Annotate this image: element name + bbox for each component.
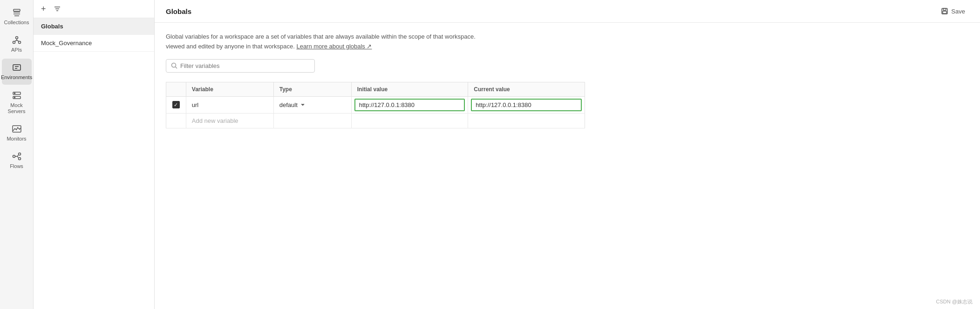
svg-point-8 bbox=[14, 97, 15, 98]
environment-list: Globals Mock_Governance bbox=[34, 18, 154, 309]
th-checkbox bbox=[166, 82, 186, 96]
type-cell[interactable]: default bbox=[273, 96, 351, 113]
initial-value-cell[interactable]: http://127.0.0.1:8380 bbox=[351, 96, 468, 113]
svg-rect-17 bbox=[943, 8, 946, 10]
chevron-down-icon bbox=[300, 102, 305, 107]
svg-point-10 bbox=[13, 155, 15, 158]
th-current-value: Current value bbox=[468, 82, 585, 96]
flows-icon bbox=[12, 151, 22, 161]
sidebar-item-environments-label: Environments bbox=[1, 74, 32, 81]
save-icon bbox=[941, 7, 948, 15]
type-select[interactable]: default bbox=[279, 101, 346, 108]
table-header-row: Variable Type Initial value Current valu… bbox=[166, 82, 585, 96]
env-item-mock-governance[interactable]: Mock_Governance bbox=[34, 35, 154, 52]
checkbox-checked[interactable]: ✓ bbox=[172, 101, 180, 108]
mock-servers-icon bbox=[12, 90, 22, 101]
add-variable-placeholder: Add new variable bbox=[192, 117, 238, 124]
environments-icon bbox=[12, 62, 22, 73]
sidebar-item-monitors-label: Monitors bbox=[7, 136, 26, 142]
sidebar-item-flows[interactable]: Flows bbox=[2, 148, 32, 173]
svg-rect-18 bbox=[943, 11, 946, 13]
sidebar-item-collections-label: Collections bbox=[4, 20, 29, 26]
row-checkbox-cell[interactable]: ✓ bbox=[166, 96, 186, 113]
description-text: Global variables for a workspace are a s… bbox=[166, 32, 585, 52]
middle-panel-header: + bbox=[34, 0, 154, 18]
sidebar-item-monitors[interactable]: Monitors bbox=[2, 120, 32, 146]
sidebar-item-mock-servers-label: Mock Servers bbox=[4, 102, 30, 114]
svg-point-7 bbox=[14, 93, 15, 94]
sidebar-item-collections[interactable]: Collections bbox=[2, 4, 32, 29]
svg-point-12 bbox=[18, 158, 20, 160]
variables-table: Variable Type Initial value Current valu… bbox=[166, 82, 585, 128]
th-type: Type bbox=[273, 82, 351, 96]
filter-icon bbox=[54, 5, 61, 13]
add-variable-row[interactable]: Add new variable bbox=[166, 113, 585, 128]
search-icon bbox=[171, 62, 177, 69]
add-variable-cell[interactable]: Add new variable bbox=[186, 113, 273, 128]
add-initial-cell bbox=[351, 113, 468, 128]
filter-variables-input[interactable] bbox=[180, 62, 310, 69]
add-type-cell bbox=[273, 113, 351, 128]
watermark: CSDN @姝志说 bbox=[936, 298, 973, 305]
variable-name-cell[interactable]: url bbox=[186, 96, 273, 113]
save-button[interactable]: Save bbox=[937, 6, 969, 17]
sidebar-item-apis-label: APIs bbox=[11, 47, 22, 53]
th-variable: Variable bbox=[186, 82, 273, 96]
add-environment-button[interactable]: + bbox=[39, 4, 48, 14]
svg-line-20 bbox=[176, 67, 177, 69]
svg-point-2 bbox=[13, 41, 15, 44]
filter-variables-input-wrap bbox=[166, 59, 315, 73]
svg-point-3 bbox=[18, 41, 20, 44]
env-item-globals[interactable]: Globals bbox=[34, 18, 154, 35]
svg-point-1 bbox=[15, 37, 18, 39]
svg-point-11 bbox=[18, 153, 20, 155]
add-checkbox-cell bbox=[166, 113, 186, 128]
learn-more-link[interactable]: Learn more about globals ↗ bbox=[296, 43, 372, 50]
main-content: Globals Save Global variables for a work… bbox=[155, 0, 980, 309]
sidebar-item-environments[interactable]: Environments bbox=[2, 59, 32, 84]
svg-rect-0 bbox=[14, 9, 20, 11]
monitors-icon bbox=[12, 124, 22, 134]
apis-icon bbox=[12, 35, 22, 45]
collections-icon bbox=[12, 7, 22, 18]
th-initial-value: Initial value bbox=[351, 82, 468, 96]
add-current-cell bbox=[468, 113, 585, 128]
page-title: Globals bbox=[166, 7, 191, 15]
sidebar-item-mock-servers[interactable]: Mock Servers bbox=[2, 87, 32, 118]
icon-sidebar: Collections APIs Environments bbox=[0, 0, 34, 309]
main-body: Global variables for a workspace are a s… bbox=[155, 23, 980, 309]
table-row: ✓ url default bbox=[166, 96, 585, 113]
sidebar-item-apis[interactable]: APIs bbox=[2, 31, 32, 57]
middle-panel: + Globals Mock_Governance bbox=[34, 0, 155, 309]
svg-point-19 bbox=[172, 63, 176, 67]
sidebar-item-flows-label: Flows bbox=[10, 163, 23, 169]
main-header: Globals Save bbox=[155, 0, 980, 23]
svg-rect-4 bbox=[13, 65, 20, 70]
current-value-cell[interactable]: http://127.0.0.1:8380 bbox=[468, 96, 585, 113]
filter-button[interactable] bbox=[52, 4, 63, 13]
